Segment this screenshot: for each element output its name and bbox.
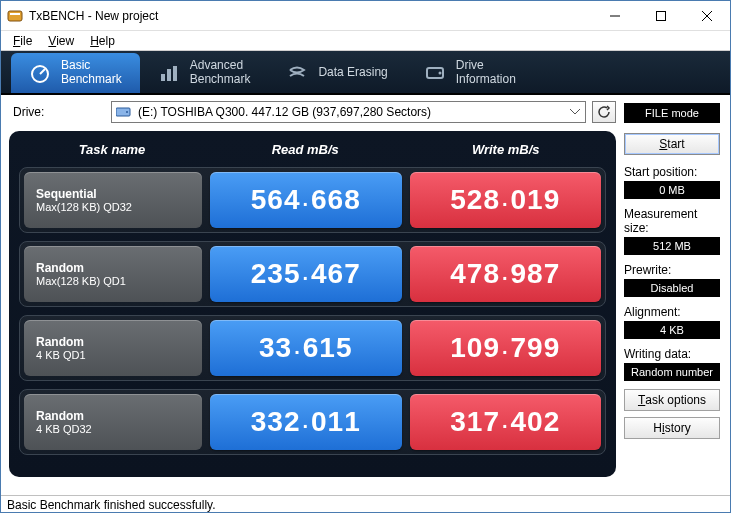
status-text: Basic Benchmark finished successfully. xyxy=(7,498,216,512)
prewrite-label: Prewrite: xyxy=(624,263,720,277)
measurement-size-value[interactable]: 512 MB xyxy=(624,237,720,255)
writing-data-value[interactable]: Random number xyxy=(624,363,720,381)
svg-rect-0 xyxy=(8,11,22,21)
refresh-button[interactable] xyxy=(592,101,616,123)
start-button[interactable]: Start xyxy=(624,133,720,155)
bars-icon xyxy=(158,62,180,84)
sidebar: FILE mode Start Start position: 0 MB Mea… xyxy=(624,95,730,495)
drive-label: Drive: xyxy=(9,105,105,119)
read-value: 564.668 xyxy=(210,172,402,228)
window-title: TxBENCH - New project xyxy=(29,9,592,23)
task-name: Random xyxy=(36,261,202,275)
history-button[interactable]: History xyxy=(624,417,720,439)
file-mode-button[interactable]: FILE mode xyxy=(624,103,720,123)
app-icon xyxy=(7,8,23,24)
tab-advanced-benchmark[interactable]: AdvancedBenchmark xyxy=(140,53,269,93)
task-sub: Max(128 KB) QD32 xyxy=(36,201,202,213)
left-pane: Drive: (E:) TOSHIBA Q300. 447.12 GB (937… xyxy=(1,95,624,495)
start-position-value[interactable]: 0 MB xyxy=(624,181,720,199)
svg-rect-3 xyxy=(657,11,666,20)
menu-file[interactable]: File xyxy=(5,33,40,49)
read-value: 332.011 xyxy=(210,394,402,450)
menu-view[interactable]: View xyxy=(40,33,82,49)
chevron-down-icon xyxy=(567,104,583,120)
tab-toolbar: BasicBenchmark AdvancedBenchmark Data Er… xyxy=(1,51,730,95)
svg-rect-8 xyxy=(161,74,165,81)
task-name-cell[interactable]: Random 4 KB QD32 xyxy=(24,394,202,450)
task-sub: 4 KB QD1 xyxy=(36,349,202,361)
benchmark-row: Random Max(128 KB) QD1 235.467 478.987 xyxy=(19,241,606,307)
task-sub: Max(128 KB) QD1 xyxy=(36,275,202,287)
menu-bar: File View Help xyxy=(1,31,730,51)
task-options-button[interactable]: Task options xyxy=(624,389,720,411)
tab-drive-information[interactable]: DriveInformation xyxy=(406,53,534,93)
tab-label: Data Erasing xyxy=(318,66,387,80)
tab-label: BasicBenchmark xyxy=(61,59,122,87)
drive-row: Drive: (E:) TOSHIBA Q300. 447.12 GB (937… xyxy=(9,101,616,123)
prewrite-value[interactable]: Disabled xyxy=(624,279,720,297)
task-sub: 4 KB QD32 xyxy=(36,423,202,435)
benchmark-row: Random 4 KB QD1 33.615 109.799 xyxy=(19,315,606,381)
status-bar: Basic Benchmark finished successfully. xyxy=(1,495,730,513)
header-read: Read mB/s xyxy=(205,142,406,157)
drive-select[interactable]: (E:) TOSHIBA Q300. 447.12 GB (937,697,28… xyxy=(111,101,586,123)
tab-basic-benchmark[interactable]: BasicBenchmark xyxy=(11,53,140,93)
svg-rect-9 xyxy=(167,69,171,81)
svg-point-14 xyxy=(126,111,128,113)
write-value: 317.402 xyxy=(410,394,602,450)
close-button[interactable] xyxy=(684,1,730,30)
window-controls xyxy=(592,1,730,30)
refresh-icon xyxy=(597,105,611,119)
benchmark-row: Sequential Max(128 KB) QD32 564.668 528.… xyxy=(19,167,606,233)
gauge-icon xyxy=(29,62,51,84)
benchmark-panel: Task name Read mB/s Write mB/s Sequentia… xyxy=(9,131,616,477)
tab-label: DriveInformation xyxy=(456,59,516,87)
svg-rect-1 xyxy=(10,13,20,15)
writing-data-label: Writing data: xyxy=(624,347,720,361)
drive-selected-text: (E:) TOSHIBA Q300. 447.12 GB (937,697,28… xyxy=(138,105,431,119)
hdd-icon xyxy=(116,106,132,118)
drive-icon xyxy=(424,62,446,84)
write-value: 109.799 xyxy=(410,320,602,376)
benchmark-row: Random 4 KB QD32 332.011 317.402 xyxy=(19,389,606,455)
maximize-button[interactable] xyxy=(638,1,684,30)
title-bar: TxBENCH - New project xyxy=(1,1,730,31)
tab-data-erasing[interactable]: Data Erasing xyxy=(268,53,405,93)
main-area: Drive: (E:) TOSHIBA Q300. 447.12 GB (937… xyxy=(1,95,730,495)
write-value: 478.987 xyxy=(410,246,602,302)
header-write: Write mB/s xyxy=(406,142,607,157)
svg-line-7 xyxy=(40,69,45,74)
start-position-label: Start position: xyxy=(624,165,720,179)
task-name-cell[interactable]: Sequential Max(128 KB) QD32 xyxy=(24,172,202,228)
alignment-label: Alignment: xyxy=(624,305,720,319)
erase-icon xyxy=(286,62,308,84)
task-name-cell[interactable]: Random 4 KB QD1 xyxy=(24,320,202,376)
alignment-value[interactable]: 4 KB xyxy=(624,321,720,339)
task-name: Random xyxy=(36,409,202,423)
menu-help[interactable]: Help xyxy=(82,33,123,49)
task-name-cell[interactable]: Random Max(128 KB) QD1 xyxy=(24,246,202,302)
read-value: 33.615 xyxy=(210,320,402,376)
task-name: Random xyxy=(36,335,202,349)
minimize-button[interactable] xyxy=(592,1,638,30)
tab-label: AdvancedBenchmark xyxy=(190,59,251,87)
measurement-size-label: Measurement size: xyxy=(624,207,720,235)
read-value: 235.467 xyxy=(210,246,402,302)
task-name: Sequential xyxy=(36,187,202,201)
svg-rect-10 xyxy=(173,66,177,81)
benchmark-header: Task name Read mB/s Write mB/s xyxy=(19,137,606,161)
write-value: 528.019 xyxy=(410,172,602,228)
header-task: Task name xyxy=(19,142,205,157)
svg-point-12 xyxy=(438,72,441,75)
